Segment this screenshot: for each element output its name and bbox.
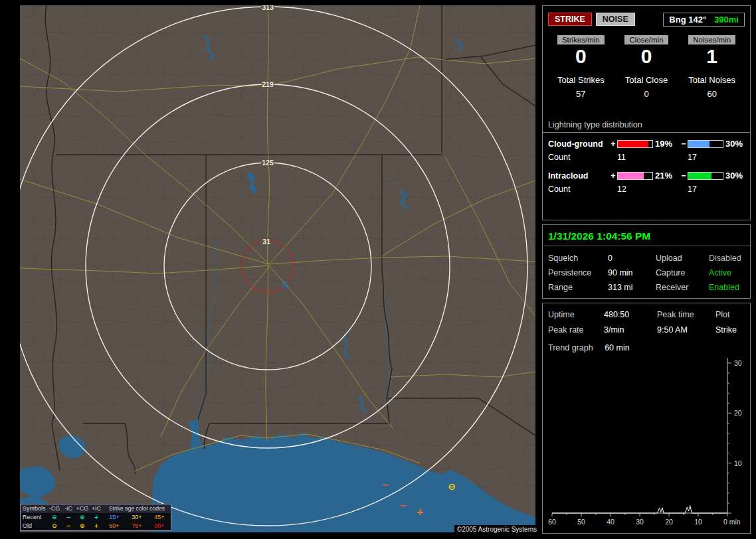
bearing-label: Bng 142° [669, 15, 706, 25]
intracloud-label: Intracloud [548, 171, 609, 181]
status-panel: 1/31/2026 1:04:56 PM Squelch 0 Upload Di… [542, 224, 751, 299]
ring-label-219: 219 [262, 80, 274, 88]
rate-values: 0 0 1 [548, 46, 745, 67]
ic-positive-count: 12 [617, 185, 653, 194]
uptime-value: 480:50 [604, 310, 657, 319]
distribution-title: Lightning type distribution [548, 120, 745, 129]
strike-counter-panel: STRIKE NOISE Bng 142° 390mi Strikes/min … [542, 5, 751, 220]
cg-positive-pct: 19% [653, 139, 680, 149]
old-ncg-icon: ⊖ [47, 522, 62, 530]
svg-text:60: 60 [548, 518, 556, 526]
plus-sign: + [609, 139, 617, 149]
receiver-label: Receiver [656, 283, 709, 292]
cloud-ground-count-row: Count 11 17 [548, 153, 745, 162]
cg-positive-count: 11 [617, 153, 653, 162]
cg-negative-count: 17 [688, 153, 723, 162]
svg-text:10: 10 [734, 459, 742, 467]
recent-ncg-icon: ⊖ [47, 513, 62, 522]
trend-graph-window: 60 min [605, 343, 630, 352]
date-time: 1/31/2026 1:04:56 PM [548, 230, 745, 242]
map-canvas: −−+⊖ 313 219 125 31 [20, 5, 535, 532]
intracloud-row: Intracloud + 21% − 30% [548, 171, 745, 181]
minus-sign: − [680, 139, 688, 149]
svg-text:50: 50 [577, 518, 585, 526]
total-noises-label: Total Noises [688, 75, 735, 85]
cg-negative-pct: 30% [723, 139, 745, 149]
old-pic-icon: + [90, 522, 103, 530]
upload-value: Disabled [709, 254, 745, 263]
legend-age-title: Strike age color codes [103, 504, 171, 513]
plot-value: Strike [715, 325, 745, 335]
svg-text:30: 30 [734, 359, 742, 367]
capture-value: Active [709, 268, 745, 277]
lightning-map[interactable]: −−+⊖ 313 219 125 31 Symbols -CG -IC +CG … [20, 5, 535, 532]
total-noises-value: 60 [707, 89, 716, 99]
old-nic-icon: − [62, 522, 75, 530]
trend-graph: 3020106050403020100 min [548, 354, 751, 528]
persistence-value: 90 min [608, 268, 656, 277]
strikes-per-min-value: 0 [575, 46, 587, 67]
total-labels: Total Strikes Total Close Total Noises [548, 75, 745, 85]
svg-text:10: 10 [694, 518, 702, 526]
ic-negative-count: 17 [688, 185, 723, 194]
age-60: 60+ [103, 522, 126, 530]
peak-time-label: Peak time [657, 310, 715, 319]
bearing-distance: 390mi [714, 15, 739, 25]
age-90: 90+ [148, 522, 171, 530]
legend-col-ncg: -CG [47, 504, 62, 513]
peak-time-value: 9:50 AM [657, 325, 715, 335]
mode-row: STRIKE NOISE Bng 142° 390mi [548, 11, 745, 27]
cg-negative-bar-fill [688, 141, 709, 147]
recent-pcg-icon: ⊕ [75, 513, 90, 522]
total-close-value: 0 [644, 89, 648, 99]
range-value: 313 mi [608, 283, 656, 292]
ic-negative-bar [688, 172, 723, 180]
session-grid: Uptime 480:50 Peak time Plot Peak rate 3… [548, 310, 745, 335]
plot-label: Plot [715, 310, 745, 319]
legend-col-pic: +IC [90, 504, 103, 513]
persistence-label: Persistence [548, 268, 608, 277]
svg-text:20: 20 [734, 409, 742, 417]
total-close-label: Total Close [625, 75, 668, 85]
peak-rate-value: 3/min [604, 325, 657, 335]
strike-symbol: − [399, 500, 407, 510]
bearing-readout: Bng 142° 390mi [663, 13, 745, 27]
plus-sign: + [609, 171, 617, 181]
ring-label-125: 125 [262, 159, 274, 167]
svg-text:20: 20 [665, 518, 673, 526]
age-15: 15+ [103, 513, 126, 522]
total-values: 57 0 60 [548, 89, 745, 99]
cloud-ground-row: Cloud-ground + 19% − 30% [548, 139, 745, 149]
legend-old-label: Old [21, 522, 47, 530]
cg-negative-bar [688, 140, 723, 148]
map-legend: Symbols -CG -IC +CG +IC Strike age color… [20, 504, 171, 531]
ic-positive-pct: 21% [653, 171, 680, 181]
noises-per-min-chip[interactable]: Noises/min [688, 35, 735, 44]
divider [543, 132, 750, 133]
legend-row-recent: Recent ⊖ − ⊕ + 15+ 30+ 45+ [21, 513, 171, 522]
session-panel: Uptime 480:50 Peak time Plot Peak rate 3… [542, 303, 751, 534]
legend-symbols-title: Symbols [21, 504, 47, 513]
svg-text:30: 30 [636, 518, 644, 526]
rate-labels: Strikes/min Close/min Noises/min [548, 35, 745, 44]
recent-pic-icon: + [90, 513, 103, 522]
ic-positive-bar [617, 172, 653, 180]
legend-col-pcg: +CG [75, 504, 90, 513]
strike-symbol: + [416, 506, 424, 517]
noise-mode-button[interactable]: NOISE [596, 13, 635, 26]
ic-negative-bar-fill [688, 173, 711, 179]
old-pcg-icon: ⊕ [75, 522, 90, 530]
ring-label-313: 313 [262, 5, 274, 11]
trend-graph-label: Trend graph [548, 343, 593, 352]
intracloud-count-row: Count 12 17 [548, 185, 745, 194]
trend-graph-row: Trend graph 60 min [548, 343, 745, 352]
strikes-per-min-chip[interactable]: Strikes/min [557, 35, 605, 44]
age-30: 30+ [126, 513, 148, 522]
squelch-label: Squelch [548, 254, 608, 263]
strike-mode-button[interactable]: STRIKE [548, 13, 592, 26]
svg-text:0 min: 0 min [723, 518, 741, 526]
close-per-min-chip[interactable]: Close/min [624, 35, 668, 44]
cloud-ground-label: Cloud-ground [548, 139, 609, 149]
peak-rate-label: Peak rate [548, 325, 604, 335]
legend-col-nic: -IC [62, 504, 75, 513]
